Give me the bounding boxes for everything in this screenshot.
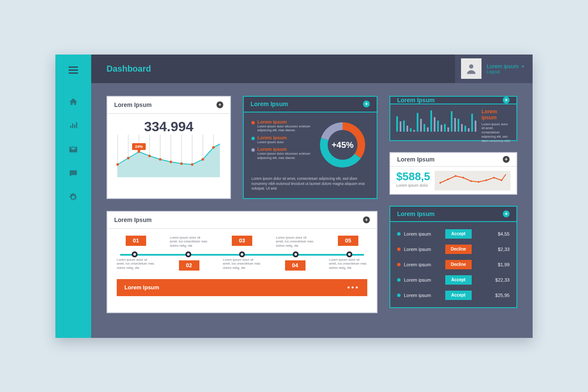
card-title: Lorem Ipsum (114, 216, 152, 223)
card-timeline: Lorem Ipsum + 01 Lorem ipsum dolor sit a… (107, 211, 378, 313)
amount-sub: Lorem ipsum dolor (396, 183, 430, 187)
svg-point-15 (159, 158, 161, 161)
expand-button[interactable]: + (503, 210, 510, 217)
step-text: Lorem ipsum dolor sit amet, los onsectet… (117, 258, 155, 270)
topbar: Dashboard Lorem ipsum Logout (91, 55, 533, 83)
step-text: Lorem ipsum dolor sit amet, los onsectet… (276, 236, 314, 248)
list-item: Lorem ipsum Decline $1,99 (397, 257, 510, 272)
row-price: $1,99 (486, 262, 510, 267)
legend-dot-icon (251, 121, 255, 124)
mail-icon[interactable] (69, 145, 78, 154)
area-chart: 24% (113, 135, 224, 182)
mini-sub: Lorem ipsum dolor sit amet, consectetuer… (481, 122, 510, 143)
card-spark: Lorem Ipsum + $588,5 Lorem ipsum dolor (389, 152, 517, 195)
svg-point-27 (439, 182, 441, 184)
row-name: Lorem ipsum (404, 262, 431, 267)
card-title: Lorem Ipsum (114, 101, 152, 108)
user-name[interactable]: Lorem ipsum (487, 63, 525, 69)
svg-point-29 (455, 175, 456, 177)
expand-button[interactable]: + (363, 216, 370, 223)
svg-point-28 (447, 179, 449, 180)
accept-button[interactable]: Accept (445, 291, 472, 300)
step-badge: 02 (179, 260, 199, 271)
expand-button[interactable]: + (503, 156, 510, 163)
step-text: Lorem ipsum dolor sit amet, los onsectet… (223, 258, 261, 270)
content-grid: Lorem Ipsum + 334.994 (91, 83, 533, 338)
row-name: Lorem ipsum (404, 231, 431, 236)
donut-chart: +45% (316, 119, 369, 170)
mini-bar-chart (396, 109, 476, 132)
chat-icon[interactable] (69, 169, 78, 178)
svg-point-12 (127, 157, 130, 159)
status-dot-icon (397, 232, 401, 236)
legend-sub: Lorem ipsum dolor sitconsec ectetuer adi… (257, 152, 311, 160)
sidebar-rail (55, 55, 91, 338)
accept-button[interactable]: Accept (445, 275, 472, 285)
expand-button[interactable]: + (216, 101, 223, 108)
expand-button[interactable]: + (363, 101, 370, 107)
settings-icon[interactable] (69, 193, 78, 202)
svg-point-16 (170, 161, 172, 163)
card-metric-area: Lorem Ipsum + 334.994 (107, 96, 231, 199)
legend-title: Lorem ipsum (257, 147, 311, 152)
legend-item: Lorem ipsum Lorem ipsum dolor sitconsec … (251, 147, 311, 160)
timeline-footer[interactable]: Lorem Ipsum ••• (117, 279, 367, 296)
legend-dot-icon (251, 148, 255, 152)
step-badge: 03 (232, 236, 252, 246)
stats-icon[interactable] (69, 121, 78, 130)
row-name: Lorem ipsum (404, 247, 431, 252)
step-badge: 01 (126, 236, 146, 246)
legend-item: Lorem ipsum Lorem ipsum dolor (251, 135, 311, 144)
user-area[interactable]: Lorem ipsum Logout (455, 55, 533, 83)
legend-sub: Lorem ipsum dolor sitconsec ectetuer adi… (257, 124, 311, 133)
legend-dot-icon (251, 137, 255, 140)
avatar (461, 58, 481, 79)
accept-button[interactable]: Accept (445, 229, 472, 239)
card-list: Lorem Ipsum + Lorem ipsum Accept $4,55 L… (389, 206, 517, 308)
chevron-down-icon (521, 65, 525, 68)
chart-badge: 24% (132, 143, 146, 153)
list-item: Lorem ipsum Accept $25,95 (397, 288, 510, 303)
svg-text:24%: 24% (135, 144, 143, 149)
status-dot-icon (397, 278, 401, 282)
amount-value: $588,5 (396, 170, 430, 183)
card-paragraph: Lorem ipsum dolor sit amet, consectetuer… (251, 176, 369, 191)
svg-point-18 (191, 163, 193, 166)
legend-sub: Lorem ipsum dolor (257, 140, 287, 144)
logout-link[interactable]: Logout (487, 69, 525, 74)
more-icon[interactable]: ••• (347, 284, 360, 291)
svg-point-35 (501, 179, 502, 181)
menu-icon[interactable] (69, 66, 78, 75)
donut-legend: Lorem ipsum Lorem ipsum dolor sitconsec … (251, 119, 311, 170)
card-mini-bars: Lorem Ipsum + Lorem ipsum Lorem ipsum do… (389, 96, 517, 141)
step-badge: 05 (338, 236, 358, 246)
home-icon[interactable] (69, 97, 78, 107)
step-badge: 04 (285, 260, 306, 271)
list-item: Lorem ipsum Accept $4,55 (397, 226, 510, 242)
timeline-track (120, 251, 364, 258)
row-price: $25,95 (486, 293, 510, 298)
card-title: Lorem Ipsum (397, 156, 435, 163)
svg-point-17 (180, 162, 183, 165)
step-text: Lorem ipsum dolor sit amet, los onsectet… (329, 258, 367, 270)
row-price: $4,55 (486, 231, 510, 236)
mini-headline: Lorem ipsum (481, 109, 510, 121)
status-dot-icon (397, 263, 401, 266)
svg-point-33 (485, 179, 487, 181)
card-title: Lorem Ipsum (397, 97, 435, 104)
dashboard-frame: Dashboard Lorem ipsum Logout (55, 55, 533, 338)
svg-point-30 (462, 177, 464, 179)
decline-button[interactable]: Decline (445, 245, 472, 254)
list-item: Lorem ipsum Decline $2,33 (397, 242, 510, 257)
donut-center-label: +45% (331, 140, 354, 150)
step-text: Lorem ipsum dolor sit amet, los onsectet… (170, 236, 208, 248)
legend-item: Lorem ipsum Lorem ipsum dolor sitconsec … (251, 119, 311, 133)
footer-label: Lorem Ipsum (124, 284, 159, 291)
svg-point-19 (202, 158, 204, 161)
decline-button[interactable]: Decline (445, 260, 472, 269)
svg-point-31 (470, 180, 472, 182)
expand-button[interactable]: + (503, 97, 510, 104)
page-title: Dashboard (107, 64, 151, 74)
row-name: Lorem ipsum (404, 277, 431, 282)
svg-point-0 (469, 64, 473, 69)
